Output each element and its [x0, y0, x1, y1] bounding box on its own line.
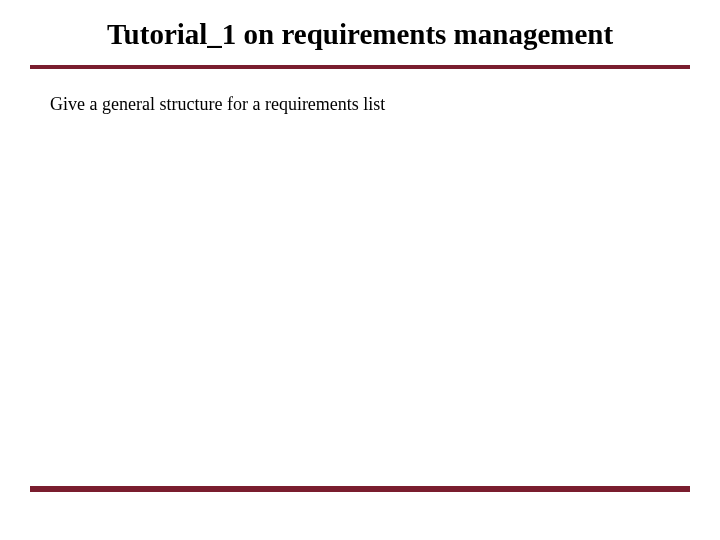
bottom-divider — [30, 486, 690, 492]
slide-title: Tutorial_1 on requirements management — [0, 0, 720, 65]
slide-body-text: Give a general structure for a requireme… — [0, 69, 720, 116]
